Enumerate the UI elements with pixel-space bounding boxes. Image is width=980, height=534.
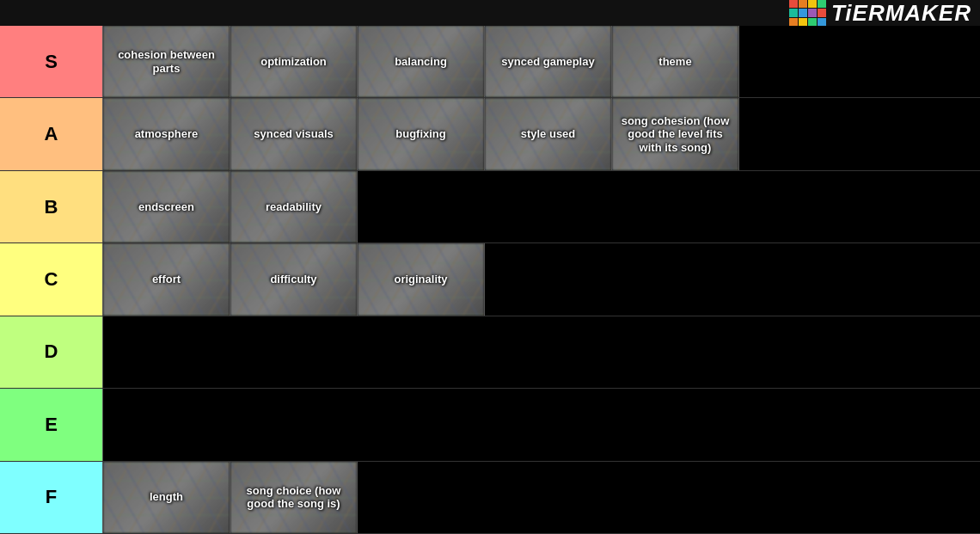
list-item[interactable]: optimization — [230, 26, 358, 97]
empty-space — [103, 316, 980, 388]
tier-items-a: atmospheresynced visualsbugfixingstyle u… — [103, 98, 980, 169]
tier-items-e — [103, 389, 980, 460]
tier-label-s: S — [0, 26, 103, 97]
list-item[interactable]: song cohesion (how good the level fits w… — [612, 98, 739, 169]
tier-row-d: D — [0, 316, 980, 389]
empty-space — [739, 26, 980, 97]
list-item[interactable]: readability — [230, 171, 358, 242]
tier-items-f: lengthsong choice (how good the song is) — [103, 462, 980, 533]
tier-items-s: cohesion between partsoptimizationbalanc… — [103, 26, 980, 97]
tier-item-label: effort — [149, 269, 184, 290]
tier-label-e: E — [0, 389, 103, 460]
tier-item-label: endscreen — [135, 197, 198, 218]
list-item[interactable]: theme — [612, 26, 739, 97]
empty-space — [358, 462, 980, 533]
tier-item-label: song choice (how good the song is) — [230, 481, 357, 514]
logo-cell-4 — [818, 0, 826, 8]
tier-label-f: F — [0, 462, 103, 533]
tier-item-label: style used — [518, 124, 579, 144]
list-item[interactable]: difficulty — [230, 243, 358, 315]
list-item[interactable]: cohesion between parts — [103, 26, 230, 97]
tier-item-label: difficulty — [266, 269, 320, 290]
tier-item-label: synced visuals — [250, 124, 337, 144]
logo-cell-8 — [818, 9, 826, 17]
tier-item-label: synced gameplay — [498, 52, 597, 72]
header: TiERMAKER — [0, 0, 980, 26]
empty-space — [739, 98, 980, 169]
tier-item-label: originality — [390, 269, 450, 290]
logo-cell-2 — [799, 0, 807, 8]
tier-item-label: readability — [262, 197, 325, 218]
list-item[interactable]: effort — [103, 243, 230, 315]
list-item[interactable]: atmosphere — [103, 98, 230, 169]
logo-cell-7 — [808, 9, 817, 17]
tier-item-label: bugfixing — [392, 124, 450, 144]
tier-item-label: length — [146, 487, 187, 507]
logo-cell-6 — [799, 9, 807, 17]
tier-item-label: cohesion between parts — [103, 45, 230, 78]
list-item[interactable]: synced visuals — [230, 98, 358, 169]
tier-items-b: endscreenreadability — [103, 171, 980, 242]
tier-item-label: atmosphere — [132, 124, 202, 144]
tier-label-a: A — [0, 98, 103, 169]
empty-space — [485, 243, 980, 315]
tier-table: Scohesion between partsoptimizationbalan… — [0, 26, 980, 534]
list-item[interactable]: endscreen — [103, 171, 230, 242]
tier-item-label: optimization — [257, 52, 330, 72]
tier-label-b: B — [0, 171, 103, 242]
list-item[interactable]: style used — [485, 98, 612, 169]
app-container: TiERMAKER Scohesion between partsoptimiz… — [0, 0, 980, 534]
tier-row-f: Flengthsong choice (how good the song is… — [0, 462, 980, 534]
tier-row-a: Aatmospheresynced visualsbugfixingstyle … — [0, 98, 980, 170]
logo-grid-icon — [789, 0, 826, 27]
list-item[interactable]: song choice (how good the song is) — [230, 462, 358, 533]
tier-items-c: effortdifficultyoriginality — [103, 243, 980, 315]
logo-cell-3 — [808, 0, 817, 8]
tier-label-d: D — [0, 316, 103, 388]
empty-space — [103, 389, 980, 460]
tier-row-e: E — [0, 389, 980, 461]
tier-item-label: balancing — [391, 52, 450, 72]
logo-cell-1 — [789, 0, 798, 8]
tier-row-s: Scohesion between partsoptimizationbalan… — [0, 26, 980, 98]
tiermaker-logo: TiERMAKER — [789, 0, 971, 27]
logo-cell-5 — [789, 9, 798, 17]
tier-row-b: Bendscreenreadability — [0, 171, 980, 243]
logo-text: TiERMAKER — [831, 0, 971, 27]
list-item[interactable]: synced gameplay — [485, 26, 612, 97]
tier-label-c: C — [0, 243, 103, 315]
tier-items-d — [103, 316, 980, 388]
list-item[interactable]: bugfixing — [358, 98, 485, 169]
list-item[interactable]: length — [103, 462, 230, 533]
tier-item-label: theme — [655, 52, 695, 72]
tier-item-label: song cohesion (how good the level fits w… — [612, 111, 738, 158]
list-item[interactable]: balancing — [358, 26, 485, 97]
list-item[interactable]: originality — [358, 243, 485, 315]
empty-space — [358, 171, 980, 242]
tier-row-c: Ceffortdifficultyoriginality — [0, 243, 980, 316]
